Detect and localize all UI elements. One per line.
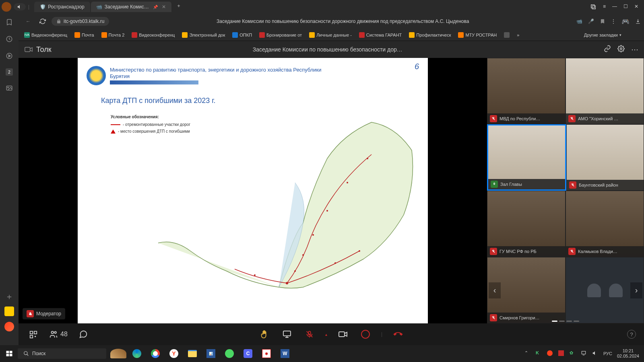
pin-icon[interactable]: 📌 [153,5,158,9]
bookmark-more-button[interactable]: » [514,31,522,39]
back-button[interactable]: ← [23,16,34,27]
download-icon[interactable] [635,19,641,24]
bookmark-item[interactable]: Почта 2 [99,31,127,39]
bookmark-item[interactable]: Профилактическ [407,31,453,39]
camera-toggle-button[interactable] [336,327,350,341]
participant-tile[interactable]: ГУ МЧС РФ по РБ [487,191,566,257]
camera-icon [24,45,33,54]
bookmark-item[interactable]: МТУ РОСТРАН [456,31,499,39]
url-field[interactable]: itc-govrb03.ktalk.ru [52,17,109,26]
taskbar-app-word[interactable]: W [276,346,294,361]
extension-icon[interactable]: 🎮 [621,18,630,25]
svg-rect-31 [582,351,585,354]
link-icon[interactable] [604,45,611,54]
taskbar-app-chrome[interactable] [147,346,164,361]
svg-point-12 [326,210,328,212]
add-icon[interactable]: ＋ [5,292,14,301]
settings-icon[interactable] [617,45,625,54]
svg-point-5 [8,87,8,88]
tray-network-icon[interactable] [581,350,587,357]
tab-favicon: 🛡️ [40,4,45,10]
tray-chevron-icon[interactable]: ⌃ [524,350,531,357]
menu-icon[interactable]: ≡ [603,4,606,10]
layout-button[interactable] [27,327,40,341]
tray-volume-icon[interactable] [592,350,599,357]
new-tab-button[interactable]: ＋ [175,2,183,10]
raise-hand-button[interactable] [258,327,271,341]
bookmark-item[interactable]: Система ГАРАНТ [357,31,405,39]
taskbar-app[interactable]: ✱ [258,346,275,361]
tolk-brand[interactable]: Толк [24,45,52,54]
speaker-control[interactable] [14,3,26,10]
taskbar-app[interactable]: C [239,346,257,361]
copy-icon[interactable] [590,4,597,10]
bookmark-panel-icon[interactable] [5,18,14,27]
bookmark-item[interactable] [502,31,512,39]
meeting-title: Заседание Комиссии по повышению безопасн… [56,46,600,53]
bookmark-item[interactable]: Электронный док [180,31,227,39]
image-icon[interactable] [5,84,14,93]
participant-tile-active[interactable]: Зал Главы [487,124,566,191]
tray-icon[interactable] [558,350,565,357]
bookmark-item[interactable]: IVAВидеоконференц [22,31,70,39]
taskbar-app[interactable]: 📊 [202,346,220,361]
hangup-button[interactable] [388,325,408,344]
play-icon[interactable] [5,51,14,60]
taskbar-app-explorer[interactable] [184,346,201,361]
taskbar-search[interactable]: Поиск [18,348,106,359]
svg-point-30 [24,352,27,355]
taskbar-app-yandex[interactable]: Y [165,346,183,361]
bookmark-item[interactable]: Личные данные - [307,31,354,39]
tray-icon[interactable] [547,350,553,357]
more-icon[interactable]: ⋯ [631,45,638,54]
reload-button[interactable] [37,16,48,27]
camera-indicator-icon[interactable]: 📹 [576,19,582,24]
profile-avatar[interactable] [2,2,11,12]
start-button[interactable] [2,346,17,361]
next-arrow[interactable]: › [630,282,642,298]
close-icon[interactable]: ✕ [162,4,166,10]
other-bookmarks[interactable]: Другие закладки ▾ [582,31,624,39]
bookmark-item[interactable]: ОПКП [230,31,254,39]
tray-icon[interactable]: ✿ [570,350,576,357]
page-dots[interactable] [552,321,579,322]
record-button[interactable] [359,327,372,341]
participant-tile[interactable]: МВД по Республи… [487,58,566,124]
mail-icon[interactable] [4,306,14,316]
tray-clock[interactable]: 10:21 02.05.2024 [617,348,639,359]
tab-label: Заседание Комисси… [105,4,151,10]
browser-tab[interactable]: 🛡️ Ространснадзор [34,2,90,12]
lock-icon [56,19,61,24]
counter-badge[interactable]: 2 [6,68,13,76]
participant-count[interactable]: 48 [49,330,68,339]
participant-tile[interactable]: Калмыков Влади… [566,191,644,257]
svg-rect-28 [6,354,9,356]
bookmark-icon[interactable] [600,19,605,24]
help-button[interactable]: ? [627,330,636,339]
kebab-icon[interactable]: ⋮ [611,19,616,24]
tray-icon[interactable]: K [536,350,542,357]
mic-chevron[interactable]: ▴ [325,332,327,337]
browser-tab-active[interactable]: 📹 Заседание Комисси… 📌 ✕ [91,2,171,12]
mic-indicator-icon[interactable]: 🎤 [588,19,594,24]
bookmark-item[interactable]: Видеоконференц [129,31,177,39]
share-screen-button[interactable] [280,327,294,341]
bookmark-item[interactable]: Почта [72,31,97,39]
history-icon[interactable] [5,35,14,43]
participant-tile[interactable]: АМО "Хоринский … [566,58,644,124]
chat-button[interactable] [76,327,90,341]
close-window-icon[interactable]: ✕ [634,4,638,10]
taskbar-app[interactable] [221,346,238,361]
yandex-icon[interactable] [4,322,14,331]
prev-arrow[interactable]: ‹ [489,282,501,298]
tray-language[interactable]: РУС [603,351,612,356]
bookmark-item[interactable]: Бронирование от [257,31,304,39]
participant-tile[interactable]: Баунтовский район [566,124,644,191]
svg-rect-26 [6,351,9,353]
taskbar-app-edge[interactable] [128,346,146,361]
taskbar-app[interactable] [109,346,127,361]
mic-toggle-button[interactable] [303,327,316,341]
minimize-icon[interactable]: — [612,4,617,10]
svg-point-23 [54,331,56,333]
maximize-icon[interactable]: ☐ [623,4,628,10]
